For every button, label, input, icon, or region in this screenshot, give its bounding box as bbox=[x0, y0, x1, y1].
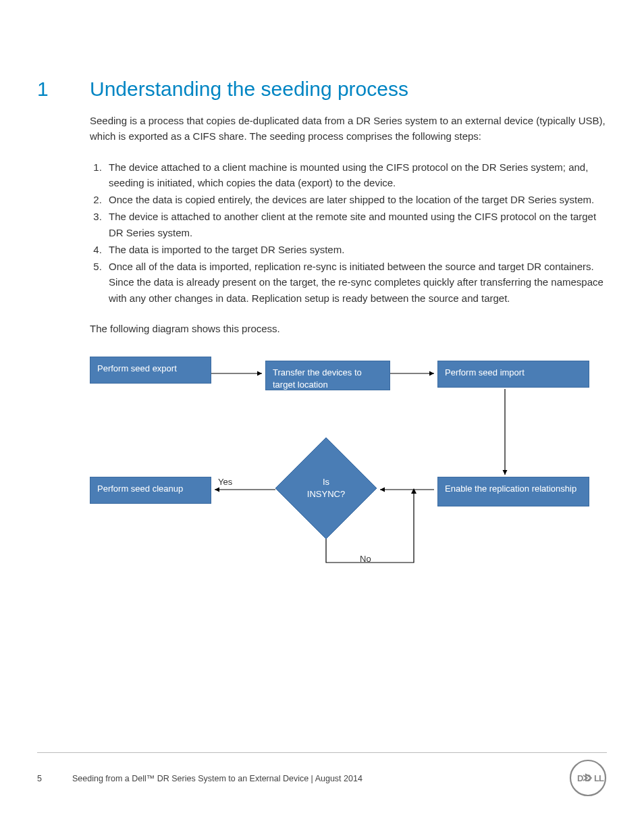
flow-diagram: Perform seed export Transfer the devices… bbox=[90, 357, 603, 586]
page-footer: 5 Seeding from a Dell™ DR Series System … bbox=[37, 774, 363, 783]
page-number: 5 bbox=[37, 774, 72, 783]
step-item: Once the data is copied entirely, the de… bbox=[105, 192, 607, 207]
flow-box-enable: Enable the replication relationship bbox=[437, 477, 589, 506]
flow-box-label: Perform seed export bbox=[97, 363, 177, 373]
dell-logo-icon: D D L L bbox=[569, 759, 607, 797]
footer-rule bbox=[37, 752, 607, 753]
section-number: 1 bbox=[37, 78, 90, 101]
section-title: Understanding the seeding process bbox=[90, 78, 408, 101]
diagram-caption: The following diagram shows this process… bbox=[90, 321, 607, 336]
flow-box-import: Perform seed import bbox=[437, 361, 589, 388]
step-item: The device attached to a client machine … bbox=[105, 159, 607, 191]
flow-decision-insync: Is INSYNC? bbox=[275, 438, 377, 539]
flow-box-label: Transfer the devices to target location bbox=[273, 367, 362, 390]
step-item: Once all of the data is imported, replic… bbox=[105, 259, 607, 306]
page-content: 1 Understanding the seeding process Seed… bbox=[0, 0, 644, 586]
svg-text:L: L bbox=[599, 773, 604, 783]
flow-box-label: Perform seed import bbox=[445, 367, 525, 377]
svg-text:D: D bbox=[577, 773, 583, 783]
decision-label-line1: Is bbox=[323, 476, 329, 488]
step-item: The data is imported to the target DR Se… bbox=[105, 242, 607, 257]
flow-box-label: Enable the replication relationship bbox=[445, 484, 576, 494]
body-block: Seeding is a process that copies de-dupl… bbox=[90, 113, 607, 586]
flow-label-yes: Yes bbox=[218, 477, 232, 487]
flow-box-label: Perform seed cleanup bbox=[97, 484, 183, 494]
steps-list: The device attached to a client machine … bbox=[90, 159, 607, 306]
intro-paragraph: Seeding is a process that copies de-dupl… bbox=[90, 113, 607, 145]
flow-box-export: Perform seed export bbox=[90, 357, 211, 384]
flow-label-no: No bbox=[360, 554, 371, 564]
decision-label-line2: INSYNC? bbox=[307, 488, 345, 500]
flow-box-cleanup: Perform seed cleanup bbox=[90, 477, 211, 504]
footer-text: Seeding from a Dell™ DR Series System to… bbox=[72, 774, 363, 783]
flow-box-transfer: Transfer the devices to target location bbox=[265, 361, 390, 390]
step-item: The device is attached to another client… bbox=[105, 209, 607, 240]
svg-marker-5 bbox=[411, 488, 417, 494]
heading-row: 1 Understanding the seeding process bbox=[37, 78, 607, 101]
